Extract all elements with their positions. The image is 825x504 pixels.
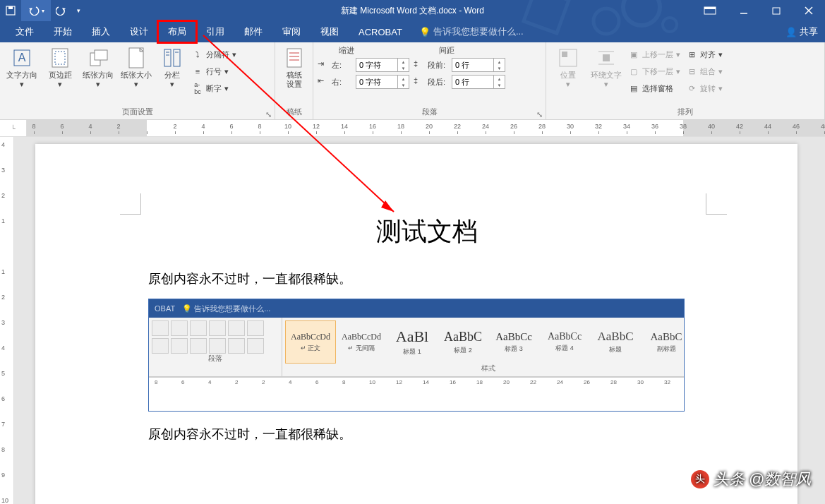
- person-icon: 👤: [785, 27, 797, 37]
- save-button[interactable]: [0, 0, 21, 21]
- tab-review[interactable]: 审阅: [272, 21, 311, 42]
- wrap-icon: [595, 47, 618, 69]
- send-backward-button[interactable]: ▢下移一层 ▾: [627, 64, 682, 79]
- orientation-icon: [87, 47, 109, 69]
- share-button[interactable]: 👤共享: [785, 25, 818, 38]
- indent-right-input[interactable]: ▲▼: [356, 75, 409, 89]
- svg-rect-9: [773, 8, 780, 14]
- embed-style-item[interactable]: AaBbC副标题: [641, 320, 685, 364]
- doc-heading[interactable]: 测试文档: [148, 215, 706, 249]
- columns-button[interactable]: 分栏▾: [157, 45, 188, 89]
- rotate-button[interactable]: ⟳旋转 ▾: [685, 80, 724, 96]
- selection-pane-button[interactable]: ▤选择窗格: [627, 80, 682, 96]
- text-direction-icon: A: [11, 47, 33, 69]
- rotate-icon: ⟳: [686, 83, 697, 94]
- space-before-icon: ‡: [414, 59, 425, 71]
- group-page-setup: A 文字方向▾ 页边距▾ 纸张方向▾ 纸张大小▾ 分栏▾ ⤵分隔符 ▾ ≡行: [0, 42, 275, 119]
- orientation-button[interactable]: 纸张方向▾: [80, 45, 116, 89]
- indent-left-icon: ⇥: [318, 59, 329, 71]
- svg-rect-1: [8, 6, 13, 9]
- ribbon-options-button[interactable]: [692, 0, 728, 21]
- embed-style-item[interactable]: AaBbCc标题 4: [539, 320, 590, 364]
- undo-button[interactable]: ▾: [21, 0, 51, 21]
- document-area: 43211234567891011 测试文档 原创内容永不过时，一直都很稀缺。 …: [0, 137, 825, 504]
- indent-left-input[interactable]: ▲▼: [356, 58, 409, 72]
- space-after-input[interactable]: ▲▼: [452, 75, 505, 89]
- line-numbers-button[interactable]: ≡行号 ▾: [191, 64, 238, 79]
- group-button[interactable]: ⊟组合 ▾: [685, 64, 724, 79]
- margin-corner-tl: [120, 193, 141, 215]
- size-icon: [125, 47, 147, 69]
- maximize-button[interactable]: [760, 0, 793, 21]
- doc-para-1[interactable]: 原创内容永不过时，一直都很稀缺。: [148, 270, 706, 287]
- group-arrange: 位置▾ 环绕文字▾ ▣上移一层 ▾ ▢下移一层 ▾ ▤选择窗格 ⊞对齐 ▾ ⊟组…: [546, 42, 825, 119]
- manuscript-settings-button[interactable]: 稿纸 设置: [279, 45, 308, 89]
- breaks-icon: ⤵: [192, 49, 203, 60]
- redo-button[interactable]: [51, 0, 72, 21]
- margins-button[interactable]: 页边距▾: [42, 45, 78, 89]
- embed-titlebar: OBAT 💡 告诉我您想要做什么...: [149, 299, 684, 318]
- svg-rect-17: [95, 50, 107, 60]
- space-after-icon: ‡: [414, 76, 425, 88]
- close-button[interactable]: [793, 0, 825, 21]
- tab-insert[interactable]: 插入: [82, 21, 120, 42]
- embed-styles-gallery: AaBbCcDd↵ 正文AaBbCcDd↵ 无间隔AaBl标题 1AaBbC标题…: [285, 320, 685, 364]
- tell-me[interactable]: 💡告诉我您想要做什么...: [419, 25, 524, 38]
- group-manuscript: 稿纸 设置 稿纸: [275, 42, 313, 119]
- embed-ruler: 8642246810121416182022242628303234363840: [149, 377, 684, 391]
- breaks-button[interactable]: ⤵分隔符 ▾: [191, 47, 238, 62]
- paragraph-launcher[interactable]: ⤡: [534, 108, 544, 118]
- margins-icon: [49, 47, 71, 69]
- doc-para-2[interactable]: 原创内容永不过时，一直都很稀缺。: [148, 426, 706, 443]
- tab-acrobat[interactable]: ACROBAT: [349, 21, 412, 42]
- position-button[interactable]: 位置▾: [550, 45, 586, 89]
- tab-selector[interactable]: └: [0, 120, 27, 136]
- tab-home[interactable]: 开始: [44, 21, 82, 42]
- indent-right-icon: ⇤: [318, 76, 329, 88]
- ribbon: A 文字方向▾ 页边距▾ 纸张方向▾ 纸张大小▾ 分栏▾ ⤵分隔符 ▾ ≡行: [0, 42, 825, 120]
- group-icon: ⊟: [686, 66, 697, 77]
- embedded-image[interactable]: OBAT 💡 告诉我您想要做什么... 段落 AaBbCcDd↵ 正文AaBbC…: [148, 299, 685, 412]
- window-controls: [692, 0, 825, 21]
- embed-style-item[interactable]: AaBbCcDd↵ 无间隔: [336, 320, 387, 364]
- window-title: 新建 Microsoft Word 文档.docx - Word: [341, 5, 484, 17]
- tab-mailings[interactable]: 邮件: [234, 21, 272, 42]
- line-numbers-icon: ≡: [192, 66, 203, 77]
- embed-style-item[interactable]: AaBbC标题: [590, 320, 641, 364]
- svg-rect-29: [562, 52, 567, 57]
- page-setup-launcher[interactable]: ⤡: [263, 108, 273, 118]
- embed-tab: OBAT: [155, 304, 175, 313]
- tab-layout[interactable]: 布局: [158, 21, 196, 42]
- page[interactable]: 测试文档 原创内容永不过时，一直都很稀缺。 OBAT 💡 告诉我您想要做什么..…: [35, 144, 797, 504]
- svg-rect-24: [287, 49, 301, 67]
- margin-corner-tr: [706, 193, 727, 215]
- tab-view[interactable]: 视图: [311, 21, 349, 42]
- size-button[interactable]: 纸张大小▾: [119, 45, 154, 89]
- embed-style-item[interactable]: AaBbC标题 2: [438, 320, 488, 364]
- watermark: 头 头条 @数智风: [691, 469, 811, 490]
- embed-style-item[interactable]: AaBbCc标题 3: [488, 320, 539, 364]
- tab-references[interactable]: 引用: [196, 21, 234, 42]
- selection-pane-icon: ▤: [628, 83, 639, 94]
- columns-icon: [161, 47, 183, 69]
- group-paragraph: 缩进间距 ⇥左: ▲▼ ‡段前: ▲▼ ⇤右: ▲▼ ‡段后: ▲▼ 段落⤡: [313, 42, 546, 119]
- tab-file[interactable]: 文件: [6, 21, 44, 42]
- minimize-button[interactable]: [728, 0, 760, 21]
- quick-access-toolbar: ▾ ▾: [0, 0, 85, 21]
- horizontal-ruler[interactable]: 8642246810121416182022242628303234363840…: [27, 120, 825, 136]
- tab-design[interactable]: 设计: [120, 21, 158, 42]
- bring-forward-button[interactable]: ▣上移一层 ▾: [627, 47, 682, 62]
- hyphenation-button[interactable]: a-bc断字 ▾: [191, 80, 238, 96]
- svg-rect-30: [603, 54, 610, 61]
- vertical-ruler[interactable]: 43211234567891011: [0, 137, 14, 504]
- align-button[interactable]: ⊞对齐 ▾: [685, 47, 724, 62]
- svg-rect-7: [704, 7, 716, 9]
- space-before-input[interactable]: ▲▼: [452, 58, 505, 72]
- embed-style-item[interactable]: AaBl标题 1: [387, 320, 438, 364]
- wrap-text-button[interactable]: 环绕文字▾: [589, 45, 624, 89]
- embed-paragraph-buttons: [152, 320, 279, 354]
- text-direction-button[interactable]: A 文字方向▾: [4, 45, 40, 89]
- qat-customize-button[interactable]: ▾: [72, 0, 85, 21]
- embed-style-item[interactable]: AaBbCcDd↵ 正文: [285, 320, 336, 364]
- manuscript-icon: [283, 47, 306, 69]
